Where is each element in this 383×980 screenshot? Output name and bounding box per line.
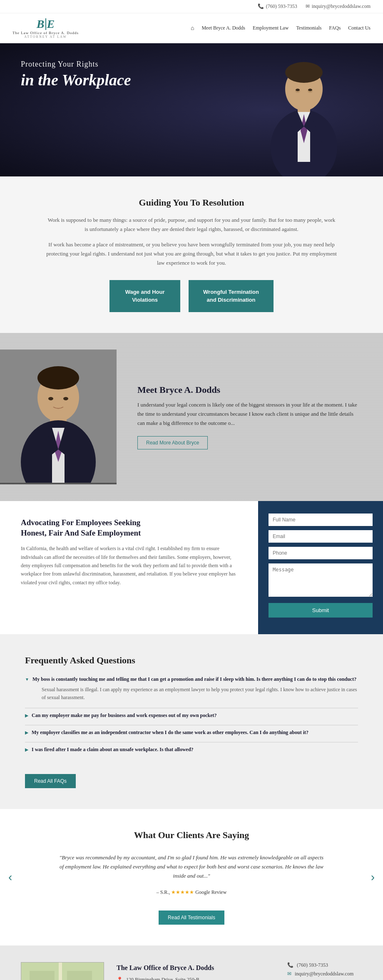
phone-input[interactable] [269, 547, 373, 559]
meet-person-svg [0, 350, 117, 483]
faq-arrow-right-icon-2: ▶ [25, 730, 28, 735]
nav-meet[interactable]: Meet Bryce A. Dodds [201, 25, 245, 31]
faq-divider-1 [25, 708, 358, 708]
hero-subtitle: Protecting Your Rights [21, 60, 362, 69]
footer-address: 📍 120 Birmingham Drive, Suite 250-B Card… [117, 977, 275, 980]
nav-home[interactable]: ⌂ [191, 25, 194, 32]
wage-hour-button[interactable]: Wage and HourViolations [109, 280, 180, 312]
footer-phone-col: 📞 (760) 593-7353 ✉ inquiry@brycedoddslaw… [287, 962, 362, 980]
carousel-left-button[interactable]: ‹ [8, 871, 12, 884]
full-name-input[interactable] [269, 514, 373, 526]
read-all-faqs-button[interactable]: Read All FAQs [25, 774, 76, 788]
testimonial-quote: "Bryce was recommended by my accountant,… [58, 853, 325, 881]
advocate-title: Advocating For Employees SeekingHonest, … [21, 518, 241, 538]
faq-section: Frequently Asked Questions ▼ My boss is … [0, 634, 383, 809]
footer-firm-name: The Law Office of Bryce A. Dodds [117, 964, 275, 972]
logo-firm-name: The Law Office of Bryce A. Dodds [12, 31, 79, 35]
hero-title: in the Workplace [21, 71, 362, 89]
faq-question-1-text: My boss is constantly touching me and te… [32, 676, 356, 682]
wrongful-termination-button[interactable]: Wrongful Terminationand Discrimination [189, 280, 274, 312]
top-bar: 📞 (760) 593-7353 ✉ inquiry@brycedoddslaw… [0, 0, 383, 13]
submit-button[interactable]: Submit [269, 603, 373, 618]
map-svg: 120 Birmingham Dr. Cardiff, CA 92007 [21, 963, 104, 980]
top-phone: (760) 593-7353 [266, 3, 297, 10]
svg-rect-27 [30, 971, 55, 980]
hero-content: Protecting Your Rights in the Workplace [0, 43, 383, 110]
read-more-bryce-button[interactable]: Read More About Bryce [137, 436, 208, 449]
advocate-section: Advocating For Employees SeekingHonest, … [0, 501, 383, 634]
nav-testimonials[interactable]: Testimonials [296, 25, 321, 31]
carousel-right-button[interactable]: › [371, 871, 375, 884]
testimonials-title: What Our Clients Are Saying [25, 830, 358, 841]
advocate-text: In California, the health and welfare of… [21, 544, 241, 587]
nav-faqs[interactable]: FAQs [329, 25, 341, 31]
testimonial-author: – S.R., ★★★★★ Google Review [25, 889, 358, 896]
email-input[interactable] [269, 530, 373, 543]
phone-item: 📞 (760) 593-7353 [258, 3, 297, 10]
faq-question-1[interactable]: ▼ My boss is constantly touching me and … [25, 676, 358, 682]
contact-form: Submit [258, 501, 383, 634]
logo-e: E [47, 17, 55, 31]
faq-divider-2 [25, 725, 358, 725]
footer-contact: The Law Office of Bryce A. Dodds 📍 120 B… [117, 962, 275, 980]
footer-info: 120 Birmingham Dr. Cardiff, CA 92007 The… [0, 945, 383, 980]
nav-employment[interactable]: Employment Law [253, 25, 288, 31]
testimonials-section: What Our Clients Are Saying ‹ "Bryce was… [0, 809, 383, 945]
location-icon: 📍 [117, 977, 123, 980]
practice-buttons: Wage and HourViolations Wrongful Termina… [25, 280, 358, 312]
meet-section: Meet Bryce A. Dodds I understand your le… [0, 333, 383, 501]
phone-icon: 📞 [258, 3, 264, 10]
hero-section: Protecting Your Rights in the Workplace [0, 43, 383, 176]
logo-letters: B E [37, 17, 55, 31]
faq-question-4-text: I was fired after I made a claim about a… [32, 747, 194, 753]
nav-bar: B E The Law Office of Bryce A. Dodds ATT… [0, 13, 383, 43]
footer-address-line1: 120 Birmingham Drive, Suite 250-B [126, 977, 199, 980]
svg-rect-25 [59, 963, 62, 980]
faq-question-3[interactable]: ▶ My employer classifies me as an indepe… [25, 729, 358, 736]
footer-email-icon: ✉ [287, 971, 291, 977]
faq-question-2-text: Can my employer make me pay for business… [32, 712, 217, 719]
guiding-paragraph1: Work is supposed to be many things: a so… [46, 216, 337, 234]
faq-arrow-right-icon: ▶ [25, 713, 28, 718]
logo-b: B [37, 17, 45, 31]
meet-photo [0, 350, 117, 484]
footer-phone-text: (760) 593-7353 [297, 962, 328, 968]
faq-item-2: ▶ Can my employer make me pay for busine… [25, 712, 358, 719]
email-icon: ✉ [306, 3, 310, 10]
testimonial-stars: ★★★★★ [171, 889, 194, 895]
footer-phone-icon: 📞 [287, 962, 293, 968]
svg-point-22 [63, 397, 68, 400]
footer-address-text: 120 Birmingham Drive, Suite 250-B Cardif… [126, 977, 199, 980]
logo-divider [45, 18, 46, 30]
faq-question-2[interactable]: ▶ Can my employer make me pay for busine… [25, 712, 358, 719]
guiding-title: Guiding You To Resolution [25, 197, 358, 208]
nav-contact[interactable]: Contact Us [348, 25, 371, 31]
footer-email: ✉ inquiry@brycedoddslaw.com [287, 971, 362, 977]
guiding-section: Guiding You To Resolution Work is suppos… [0, 176, 383, 333]
read-all-testimonials-button[interactable]: Read All Testimonials [159, 911, 224, 925]
logo-tagline: ATTORNEY AT LAW [24, 35, 67, 39]
faq-question-3-text: My employer classifies me as an independ… [32, 729, 308, 736]
faq-divider-3 [25, 742, 358, 742]
message-input[interactable] [269, 563, 373, 597]
advocate-content: Advocating For Employees SeekingHonest, … [0, 501, 258, 634]
faq-item-3: ▶ My employer classifies me as an indepe… [25, 729, 358, 736]
nav-links: ⌂ Meet Bryce A. Dodds Employment Law Tes… [191, 25, 371, 32]
top-email: inquiry@brycedoddslaw.com [312, 3, 371, 10]
faq-answer-1: Sexual harassment is illegal. I can appl… [25, 686, 358, 702]
logo[interactable]: B E The Law Office of Bryce A. Dodds ATT… [12, 17, 79, 39]
email-item: ✉ inquiry@brycedoddslaw.com [306, 3, 371, 10]
faq-question-4[interactable]: ▶ I was fired after I made a claim about… [25, 747, 358, 753]
footer-email-text: inquiry@brycedoddslaw.com [295, 971, 353, 977]
svg-point-21 [48, 397, 53, 400]
faq-item-4: ▶ I was fired after I made a claim about… [25, 747, 358, 753]
svg-point-14 [37, 366, 79, 390]
guiding-paragraph2: If work has become a place of mistreatme… [46, 240, 337, 268]
meet-title: Meet Bryce A. Dodds [137, 385, 362, 395]
footer-phone: 📞 (760) 593-7353 [287, 962, 362, 968]
faq-item-1: ▼ My boss is constantly touching me and … [25, 676, 358, 702]
meet-text: I understand your legal concern is likel… [137, 400, 362, 428]
faq-arrow-down-icon: ▼ [25, 677, 29, 682]
meet-content: Meet Bryce A. Dodds I understand your le… [117, 372, 383, 462]
faq-title: Frequently Asked Questions [25, 655, 358, 666]
